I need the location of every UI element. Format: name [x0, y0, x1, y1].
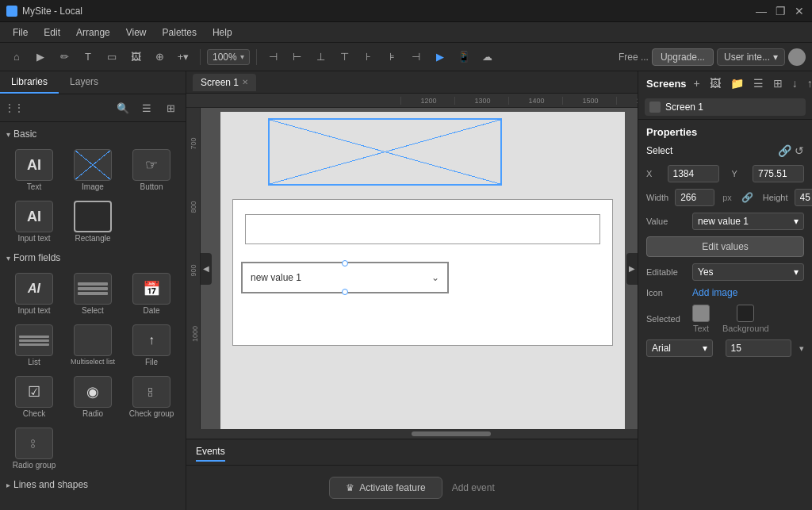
height-input[interactable]: [795, 189, 812, 206]
editable-select[interactable]: Yes ▾: [692, 263, 804, 281]
distribute-h-button[interactable]: ⊦: [358, 47, 379, 67]
font-size-input[interactable]: [726, 339, 792, 357]
component-image[interactable]: Image: [65, 146, 121, 194]
component-list[interactable]: List: [6, 321, 62, 370]
text-color-swatch[interactable]: [692, 305, 710, 322]
collapse-right-button[interactable]: ▶: [626, 253, 638, 285]
date-label: Date: [143, 306, 159, 315]
reset-icon[interactable]: ↺: [795, 144, 804, 157]
menu-arrange[interactable]: Arrange: [70, 25, 117, 40]
canvas-scrollbar-h[interactable]: [186, 429, 638, 439]
screen-grid-button[interactable]: ⊞: [771, 76, 785, 90]
align-left-button[interactable]: ⊣: [263, 47, 284, 67]
y-input[interactable]: [753, 165, 804, 182]
image-tool-button[interactable]: 🖼: [125, 47, 146, 67]
section-form-label: Form fields: [13, 252, 60, 263]
component-check[interactable]: ☑ Check: [6, 373, 62, 421]
panel-search-button[interactable]: 🔍: [113, 98, 133, 118]
component-date[interactable]: 📅 Date: [124, 270, 179, 318]
bg-color-swatch[interactable]: [737, 305, 754, 322]
component-button[interactable]: ⊕: [149, 47, 170, 67]
activate-feature-button[interactable]: ♛ Activate feature: [329, 477, 442, 499]
align-center-button[interactable]: ⊢: [287, 47, 308, 67]
cloud-button[interactable]: ☁: [477, 47, 498, 67]
align-bottom-button[interactable]: ⊣: [406, 47, 427, 67]
component-radio[interactable]: ◉ Radio: [65, 373, 121, 421]
upgrade-button[interactable]: Upgrade...: [652, 48, 714, 66]
section-basic[interactable]: ▾ Basic: [0, 125, 186, 143]
device-button[interactable]: 📱: [454, 47, 474, 67]
menu-edit[interactable]: Edit: [37, 25, 67, 40]
select-handle-top[interactable]: [342, 260, 348, 267]
input-text-element[interactable]: [245, 214, 600, 244]
home-button[interactable]: ⌂: [6, 47, 27, 67]
menu-file[interactable]: File: [6, 25, 34, 40]
component-input-text[interactable]: AI Input text: [6, 270, 62, 318]
width-input[interactable]: [675, 189, 714, 206]
events-tab[interactable]: Events: [196, 443, 225, 462]
panel-list-view-button[interactable]: ☰: [136, 98, 157, 118]
component-button[interactable]: ☞ Button: [124, 146, 179, 194]
close-button[interactable]: ✕: [793, 5, 806, 17]
menu-palettes[interactable]: Palettes: [156, 25, 203, 40]
tab-libraries[interactable]: Libraries: [0, 71, 59, 94]
select-handle-bottom[interactable]: [342, 289, 348, 295]
section-lines-shapes[interactable]: ▸ Lines and shapes: [0, 476, 186, 493]
screen-item-1[interactable]: Screen 1: [645, 98, 806, 116]
menu-help[interactable]: Help: [206, 25, 239, 40]
maximize-button[interactable]: ❐: [774, 5, 787, 17]
component-select[interactable]: Select: [65, 270, 121, 318]
add-event-button[interactable]: Add event: [452, 482, 495, 493]
component-text[interactable]: AI Text: [6, 146, 62, 194]
link-icon[interactable]: 🔗: [778, 144, 791, 157]
link-dimensions-icon[interactable]: 🔗: [741, 192, 753, 203]
component-multiselect[interactable]: Multiselect list: [65, 321, 121, 370]
edit-values-button[interactable]: Edit values: [646, 236, 804, 257]
component-rectangle[interactable]: Rectangle: [65, 197, 121, 246]
select-element[interactable]: new value 1 ⌄: [241, 262, 449, 293]
scroll-thumb-h[interactable]: [412, 431, 491, 436]
collapse-left-button[interactable]: ◀: [201, 253, 212, 285]
image-element[interactable]: [268, 118, 502, 186]
design-canvas[interactable]: new value 1 ⌄: [220, 112, 625, 429]
screen-up-button[interactable]: ↑: [805, 76, 812, 90]
value-select[interactable]: new value 1 ▾: [692, 213, 804, 230]
component-check-group[interactable]: Check group: [124, 373, 179, 421]
zoom-control[interactable]: 100% ▾: [207, 49, 250, 65]
component-radio-group[interactable]: Radio group: [6, 424, 62, 473]
section-form-fields[interactable]: ▾ Form fields: [0, 249, 186, 267]
tab-layers[interactable]: Layers: [59, 71, 109, 94]
font-size-arrow[interactable]: ▾: [799, 343, 804, 354]
panel-grid-view-button[interactable]: ⊞: [160, 98, 181, 118]
canvas-tab-close[interactable]: ✕: [242, 78, 248, 86]
menu-view[interactable]: View: [120, 25, 153, 40]
align-right-button[interactable]: ⊥: [311, 47, 331, 67]
screen-list-button[interactable]: ☰: [751, 76, 766, 90]
canvas-tab-screen1[interactable]: Screen 1 ✕: [193, 74, 256, 91]
text-tool-button[interactable]: T: [78, 47, 98, 67]
font-family-select[interactable]: Arial ▾: [646, 339, 713, 357]
component-input-text-basic[interactable]: AI Input text: [6, 197, 62, 246]
canvas-viewport[interactable]: ◀ new value 1 ⌄: [201, 108, 638, 429]
value-row: Value new value 1 ▾: [646, 213, 804, 230]
minimize-button[interactable]: —: [755, 5, 768, 17]
add-button[interactable]: +▾: [173, 47, 193, 67]
icon-add-link[interactable]: Add image: [692, 287, 737, 298]
play-button[interactable]: ▶: [430, 47, 450, 67]
user-dropdown[interactable]: User inte... ▾: [717, 48, 785, 66]
add-screen-button[interactable]: +: [691, 76, 703, 90]
pen-button[interactable]: ✏: [54, 47, 75, 67]
align-top-button[interactable]: ⊤: [335, 47, 355, 67]
x-input[interactable]: [668, 165, 719, 182]
screen-down-button[interactable]: ↓: [790, 76, 800, 90]
screen-folder-button[interactable]: 📁: [728, 76, 746, 90]
bg-color-label: Background: [722, 324, 769, 333]
rect-tool-button[interactable]: ▭: [102, 47, 122, 67]
screen-image-button[interactable]: 🖼: [707, 76, 723, 90]
form-container[interactable]: new value 1 ⌄: [232, 199, 613, 346]
component-file[interactable]: ↑ File: [124, 321, 179, 370]
cursor-button[interactable]: ▶: [30, 47, 51, 67]
radio-icon: ◉: [74, 376, 112, 408]
distribute-v-button[interactable]: ⊧: [382, 47, 403, 67]
avatar[interactable]: [788, 48, 806, 66]
